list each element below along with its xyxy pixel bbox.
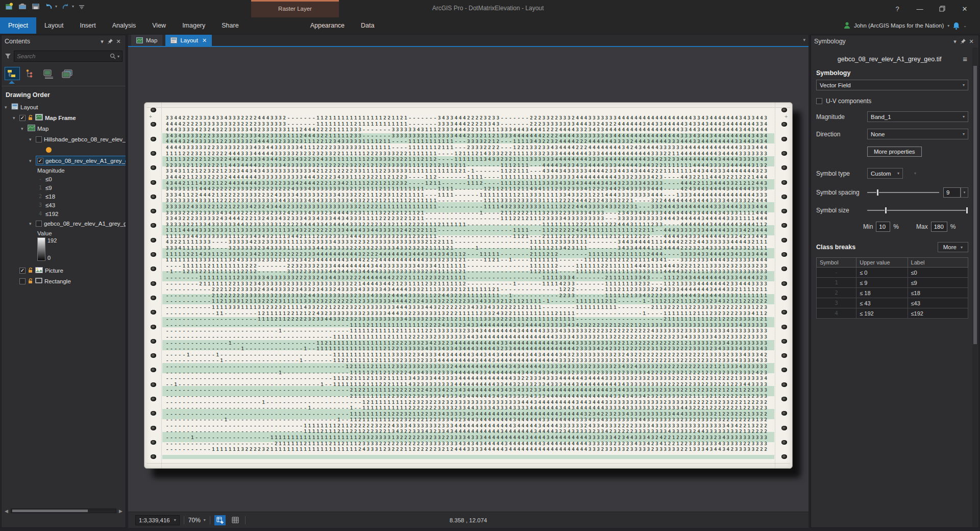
add-map-frame-icon[interactable] [214,515,226,525]
minimize-button[interactable]: — [909,1,931,16]
column-header[interactable]: Symbol [817,258,856,268]
unlocked-icon[interactable] [28,267,33,274]
visibility-checkbox[interactable] [19,278,26,284]
open-project-icon[interactable] [18,3,27,10]
break-label[interactable]: ≤192 [908,308,968,319]
expander-icon[interactable]: ▾ [13,115,17,120]
scroll-left-icon[interactable]: ◀ [5,509,11,514]
tree-item-picture[interactable]: ✓Picture [2,265,126,276]
legend-class-row[interactable]: 2≤18 [2,192,126,201]
scroll-thumb[interactable] [12,510,88,512]
dot-matrix-paper[interactable]: + + 33442222333433433322224443332-------… [144,102,793,469]
symbol-spacing-input[interactable]: 9 [943,187,961,198]
close-button[interactable]: ✕ [953,1,976,16]
tree-item-map-frame[interactable]: ▾✓Map Frame [2,112,126,123]
legend-class-row[interactable]: -≤0 [2,175,126,183]
direction-select[interactable]: None ▾ [867,129,968,139]
contents-menu-caret-icon[interactable]: ▾ [98,38,106,45]
orange-dot-swatch[interactable] [46,147,52,153]
break-label[interactable]: ≤18 [908,288,968,298]
contents-hscrollbar[interactable]: ◀ ▶ [5,508,122,514]
tree-item-rectangle[interactable]: Rectangle [2,276,126,286]
max-input[interactable]: 180 [931,222,947,232]
class-break-row[interactable]: 4≤ 192≤192 [817,308,968,319]
tab-list-caret-icon[interactable]: ▾ [803,37,805,42]
spacing-slider-handle[interactable] [876,189,879,196]
symbology-scroll-thumb[interactable] [973,66,977,344]
legend-class-row[interactable]: 3≤43 [2,201,126,209]
unlocked-icon[interactable] [28,114,33,122]
filter-icon[interactable] [5,53,11,59]
break-upper-value[interactable]: ≤ 43 [856,298,908,308]
class-breaks-table[interactable]: SymbolUpper valueLabel-≤ 0≤01≤ 9≤92≤ 18≤… [816,257,968,319]
symbology-options-icon[interactable]: ≡ [963,55,967,63]
ribbon-tab-data[interactable]: Data [353,17,382,34]
account-chevron-icon[interactable]: ⌄ [963,23,967,28]
tree-item-gebco-08-rev-elev-a1-grey-ge[interactable]: ▾✓gebco_08_rev_elev_A1_grey_ge [2,155,126,166]
grid-view-icon[interactable] [230,515,241,525]
ribbon-tab-insert[interactable]: Insert [71,17,104,34]
expander-icon[interactable]: ▾ [29,221,34,226]
expander-icon[interactable]: ▾ [29,158,34,163]
ribbon-tab-project[interactable]: Project [0,17,36,34]
symbology-menu-caret-icon[interactable]: ▾ [951,38,959,45]
search-caret-icon[interactable]: ▾ [117,54,119,59]
visibility-checkbox[interactable]: ✓ [19,268,26,274]
symbol-spacing-spinner[interactable]: ▾ [961,187,968,198]
visibility-checkbox[interactable] [36,136,42,142]
break-label[interactable]: ≤9 [908,278,968,288]
search-icon[interactable] [110,53,116,59]
min-input[interactable]: 10 [876,222,890,232]
save-project-icon[interactable] [32,3,40,10]
unlocked-icon[interactable] [28,278,33,285]
legend-class-row[interactable]: 4≤192 [2,209,126,218]
contents-pin-icon[interactable] [106,38,114,45]
list-by-source-button[interactable] [23,67,38,80]
symbology-close-icon[interactable]: ✕ [967,38,975,45]
visibility-checkbox[interactable]: ✓ [19,115,26,121]
class-break-row[interactable]: -≤ 0≤0 [817,268,968,278]
symbology-vscrollbar[interactable] [972,47,978,527]
customize-qat-icon[interactable] [79,4,85,10]
class-break-row[interactable]: 2≤ 18≤18 [817,288,968,298]
snapshot-list-button[interactable] [60,67,75,80]
break-upper-value[interactable]: ≤ 192 [856,308,908,319]
undo-icon[interactable] [45,3,53,10]
undo-caret-icon[interactable]: ▾ [55,4,57,9]
user-account-area[interactable]: John (ArcGIS Maps for the Nation) ▾ ⌄ [844,17,967,34]
legend-gradient-row[interactable]: 1920 [2,237,126,265]
search-input[interactable] [17,53,110,59]
renderer-select[interactable]: Vector Field ▾ [816,80,968,90]
list-by-drawing-order-button[interactable] [5,67,20,80]
ribbon-tab-layout[interactable]: Layout [36,17,72,34]
break-label[interactable]: ≤0 [908,268,968,278]
ribbon-tab-share[interactable]: Share [213,17,247,34]
close-tab-icon[interactable]: ✕ [202,37,207,44]
tree-item-gebco-08-rev-elev-a1-grey-ge[interactable]: ▾gebco_08_rev_elev_A1_grey_ge [2,218,126,229]
layout-canvas[interactable]: + + 33442222333433433322224443332-------… [128,47,808,512]
visibility-checkbox[interactable]: ✓ [37,158,43,164]
tree-item-layout[interactable]: ▾Layout [2,102,126,112]
map-scale-select[interactable]: 1:3,339,416 ▾ [135,515,180,525]
symbology-pin-icon[interactable] [959,38,967,45]
list-by-selection-button[interactable] [41,67,57,80]
break-upper-value[interactable]: ≤ 18 [856,288,908,298]
break-label[interactable]: ≤43 [908,298,968,308]
size-min-handle[interactable] [885,207,887,214]
break-upper-value[interactable]: ≤ 0 [856,268,908,278]
class-break-row[interactable]: 1≤ 9≤9 [817,278,968,288]
legend-field-value[interactable]: Value [2,229,126,237]
ribbon-tab-analysis[interactable]: Analysis [104,17,144,34]
uv-components-checkbox[interactable] [816,98,822,104]
expander-icon[interactable]: ▾ [5,105,9,110]
tree-item-hillshade-gebco-08-rev-elev-a[interactable]: ▾Hillshade_gebco_08_rev_elev_A [2,134,126,144]
visibility-checkbox[interactable] [36,221,42,227]
ribbon-tab-view[interactable]: View [144,17,174,34]
doc-tab-map[interactable]: Map [131,35,162,46]
legend-field-magnitude[interactable]: Magnitude [2,166,126,175]
column-header[interactable]: Label [908,258,968,268]
legend-symbol-dot[interactable] [2,144,126,155]
class-break-row[interactable]: 3≤ 43≤43 [817,298,968,308]
doc-tab-layout[interactable]: Layout✕ [165,35,212,46]
ribbon-tab-imagery[interactable]: Imagery [174,17,213,34]
